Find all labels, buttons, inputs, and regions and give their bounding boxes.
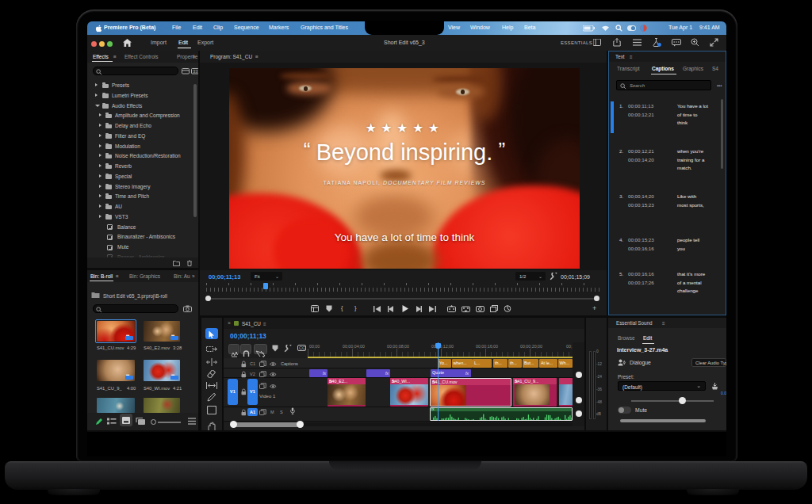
svg-text:33: 33 (193, 69, 198, 74)
